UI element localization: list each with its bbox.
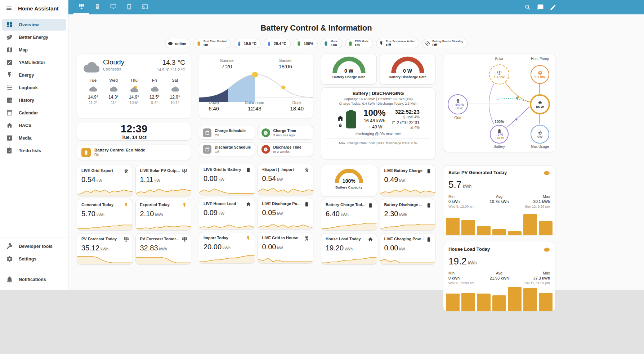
heat-pump-node[interactable]: 0.1 kW — [531, 65, 549, 84]
sidebar-item-to-do-lists[interactable]: To-do lists — [2, 145, 66, 156]
home-node[interactable]: 85 W — [530, 94, 550, 114]
sidebar-item-notifications[interactable]: Notifications — [2, 273, 66, 285]
battery-at: at 4% — [392, 126, 419, 130]
solar-panel-icon — [79, 4, 85, 10]
grid-export-value: → 0 W — [453, 107, 462, 110]
sidebar-item-better-energy[interactable]: Better Energy — [2, 31, 66, 43]
chip-100[interactable]: 100% — [294, 39, 318, 48]
view-dashboard-icon — [6, 21, 13, 28]
solar-node[interactable]: 1.1 kW — [489, 64, 509, 85]
sidebar-item-map[interactable]: Map — [2, 44, 66, 56]
schedule-charge-time[interactable]: Charge Time3 minutes ago — [258, 126, 314, 140]
chip-free-session-active[interactable]: Free Session — ActiveOff — [376, 39, 420, 48]
chip-eco-mode[interactable]: ECO ModeOn — [345, 39, 373, 48]
tab-cast[interactable] — [137, 0, 153, 14]
app-title: Home Assistant — [18, 5, 59, 12]
menu-icon[interactable] — [6, 5, 12, 12]
chip-online[interactable]: online — [165, 39, 191, 48]
battery-node[interactable]: ↓ 0 W ↑ 49 W — [490, 125, 509, 144]
tab-solar[interactable] — [73, 0, 89, 14]
chip-label: online — [175, 41, 186, 46]
battery-power: 49 W — [372, 124, 382, 130]
sensor-tile-live-battery-charge[interactable]: LIVE Battery Charge0.49kW — [380, 165, 436, 196]
forecast-day-tue: Tue14.9°11.2° — [83, 78, 103, 105]
gas-node[interactable]: 0W — [531, 125, 549, 144]
sparkline-chart — [136, 186, 191, 196]
tower-icon — [304, 167, 309, 173]
energy-distribution-card[interactable]: Solar Heat Pump Grid 100% Battery Gas Us… — [443, 54, 555, 152]
sidebar-item-media[interactable]: Media — [2, 132, 66, 144]
assist-button[interactable] — [537, 4, 544, 11]
sidebar-item-overview[interactable]: Overview — [2, 19, 66, 31]
bar — [492, 295, 506, 311]
sparkline-chart — [380, 186, 435, 196]
eye-icon[interactable] — [544, 246, 550, 253]
edit-dashboard-button[interactable] — [550, 4, 556, 11]
tab-phone[interactable] — [121, 0, 137, 14]
max-value: 30.1 kWh — [516, 199, 550, 204]
fire-icon — [538, 130, 542, 135]
sensor-tile-live-solar-pv-outp[interactable]: LIVE Solar PV Outp...1.11kW — [135, 165, 192, 196]
schedule-discharge-schedule[interactable]: Discharge ScheduleOff — [199, 142, 255, 156]
sensor-tile-exported-today[interactable]: Exported Today2.10kWh — [135, 199, 192, 231]
chip-mode[interactable]: ModeEco — [321, 39, 342, 48]
sidebar-item-logbook[interactable]: Logbook — [2, 82, 66, 94]
battery-discharge-rate-gauge[interactable]: 0 W Battery Discharge Rate — [380, 54, 435, 85]
tile-value: 0.00kW — [262, 243, 309, 251]
eye-icon[interactable] — [544, 170, 550, 176]
sidebar-item-developer-tools[interactable]: Developer tools — [2, 240, 66, 252]
grid-node[interactable]: ← 540 W → 0 W — [448, 94, 468, 114]
sensor-tile-export-import[interactable]: +Export | -Import0.54kW — [258, 164, 314, 195]
sensor-tile-live-grid-export[interactable]: LIVE Grid Export0.54kW — [77, 165, 133, 196]
max-value: 37.3 kWh — [516, 276, 550, 280]
sunset-time: 18:06 — [278, 63, 292, 69]
battery-percent: 100% — [363, 109, 385, 117]
schedule-charge-schedule[interactable]: Charge ScheduleOff — [199, 126, 255, 140]
sensor-tile-live-charging-pow[interactable]: LIVE Charging Pow...0.00kW — [380, 233, 436, 265]
sensor-tile-house-load-today[interactable]: House Load Today19.20kWh — [321, 233, 377, 265]
sidebar-item-settings[interactable]: Settings — [2, 253, 66, 265]
chip-19-5-c[interactable]: 19.5 °C — [234, 39, 261, 48]
tile-unit: kWh — [159, 247, 167, 251]
stat-unit: kWh — [463, 184, 471, 189]
chip-real-time-control[interactable]: Real Time ControlOn — [193, 39, 231, 48]
solar-label: Solar — [485, 57, 514, 61]
sensor-tile-battery-charge-tod[interactable]: Battery Charge Tod...6.40kWh — [321, 199, 377, 231]
search-button[interactable] — [524, 4, 531, 11]
sensor-tile-battery-discharge[interactable]: Battery Discharge ...2.30kWh — [380, 199, 436, 231]
clock-icon — [261, 145, 270, 154]
eco-mode-card[interactable]: Battery Control Eco Mode On — [77, 145, 191, 160]
sidebar-item-yaml-editor[interactable]: YAML Editor — [2, 56, 66, 68]
dawn-time: 6:46 — [209, 105, 219, 112]
clock-card: 12:39 Tue, 14 Oct — [77, 123, 191, 141]
sidebar-item-history[interactable]: History — [2, 94, 66, 106]
sidebar-item-energy[interactable]: Energy — [2, 69, 66, 81]
sensor-tile-pv-forecast-today[interactable]: PV Forecast Today35.12kWh — [77, 233, 133, 265]
sidebar-item-hacs[interactable]: HACS — [2, 119, 66, 131]
sparkline-chart — [258, 185, 313, 195]
battery-icon — [348, 41, 353, 46]
avg-value: 21.93 kWh — [482, 276, 516, 280]
sensor-tile-live-house-load[interactable]: LIVE House Load0.09kW — [199, 198, 255, 230]
sensor-tile-import-today[interactable]: Import Today20.00kWh — [199, 232, 255, 264]
schedule-discharge-time[interactable]: Discharge TimeIn 2 weeks — [258, 142, 314, 156]
sensor-tile-live-discharge-po[interactable]: LIVE Discharge Po...0.05kW — [258, 198, 314, 230]
bar — [523, 288, 537, 311]
tab-monitor[interactable] — [105, 0, 121, 14]
battery-capacity-gauge[interactable]: 100% Battery Capacity — [321, 165, 377, 196]
sensor-tile-live-grid-to-house[interactable]: LIVE Grid to House0.00kW — [258, 232, 314, 264]
weather-card[interactable]: Cloudy Colchester 14.3 °C 14.9 °C / 11.2… — [77, 54, 191, 118]
forecast-day-label: Wed — [103, 78, 124, 82]
forecast-day-wed: Wed14.3°11° — [103, 78, 124, 105]
sensor-tile-pv-forecast-tomor[interactable]: PV Forecast Tomor...32.83kWh — [135, 233, 192, 265]
chip-battery-router-blocking[interactable]: Battery Router BlockingOff — [422, 39, 468, 48]
power-arrow-icon — [367, 125, 371, 129]
schedule-label: Charge Schedule — [215, 128, 246, 133]
tab-boiler[interactable] — [89, 0, 105, 14]
cloudy-icon — [171, 85, 179, 93]
sidebar-item-calendar[interactable]: Calendar — [2, 107, 66, 119]
chip-29-4-c[interactable]: 29.4 °C — [264, 39, 291, 48]
battery-charge-rate-gauge[interactable]: 0 W Battery Charge Rate — [321, 54, 377, 85]
sensor-tile-live-grid-to-battery[interactable]: LIVE Grid to Battery0.00kW — [199, 164, 255, 195]
sensor-tile-generated-today[interactable]: Generated Today5.70kWh — [77, 199, 133, 231]
